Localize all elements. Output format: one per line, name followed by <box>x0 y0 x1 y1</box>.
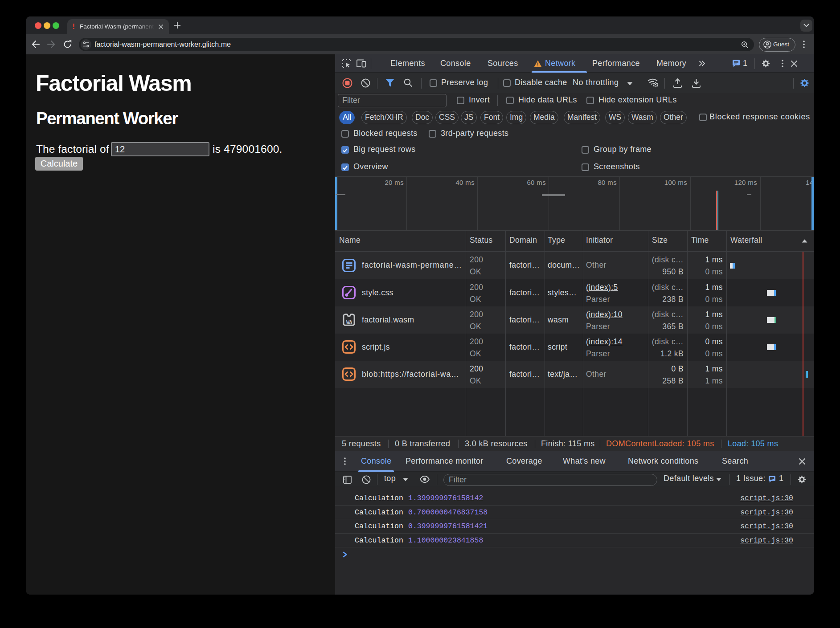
svg-text:WA: WA <box>346 320 352 326</box>
